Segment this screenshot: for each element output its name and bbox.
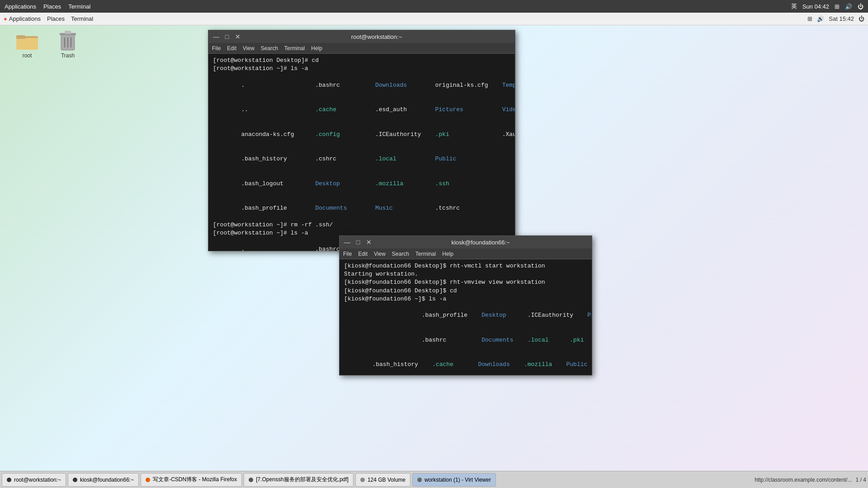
terminal1-edit-menu[interactable]: Edit bbox=[227, 45, 236, 52]
terminal2-line-8: .bash_history .cache Downloads .mozilla … bbox=[344, 352, 587, 375]
taskbar-item-term1[interactable]: root@workstation:~ bbox=[2, 473, 66, 487]
outer-network-icon: ⊞ bbox=[835, 3, 840, 10]
inner-volume-icon: 🔊 bbox=[817, 15, 824, 22]
inner-terminal-menu[interactable]: Terminal bbox=[71, 15, 93, 22]
terminal1-line-6: .bash_history .cshrc .local Public bbox=[213, 147, 510, 172]
terminal1-minimize-btn[interactable]: — bbox=[212, 33, 220, 40]
taskbar-item-volume[interactable]: 124 GB Volume bbox=[355, 473, 410, 487]
terminal2-terminal-menu[interactable]: Terminal bbox=[415, 251, 436, 257]
outer-applications-menu[interactable]: Applications bbox=[5, 3, 36, 10]
terminal2-search-menu[interactable]: Search bbox=[392, 251, 409, 257]
terminal2-maximize-btn[interactable]: □ bbox=[354, 239, 362, 246]
terminal2-line-2: Starting workstation. bbox=[344, 270, 587, 278]
terminal2-controls[interactable]: — □ ✕ bbox=[343, 239, 373, 246]
inner-power-icon: ⏻ bbox=[859, 15, 864, 22]
taskbar-dot-virt bbox=[417, 478, 422, 482]
terminal1-line-3: . .bashrc Downloads original-ks.cfg Temp… bbox=[213, 73, 510, 98]
terminal1-file-menu[interactable]: File bbox=[212, 45, 221, 52]
terminal1-body[interactable]: [root@workstation Desktop]# cd [root@wor… bbox=[208, 54, 515, 251]
terminal2-help-menu[interactable]: Help bbox=[442, 251, 453, 257]
taskbar-label-firefox: 写文章-CSDN博客 - Mozilla Firefox bbox=[153, 476, 237, 483]
terminal1-controls[interactable]: — □ ✕ bbox=[212, 33, 242, 40]
inner-network-icon: ⊞ bbox=[807, 15, 812, 22]
taskbar-dot-pdf bbox=[249, 478, 253, 482]
terminal2-body[interactable]: [kiosk@foundation66 Desktop]$ rht-vmctl … bbox=[340, 259, 592, 375]
desktop-area: root Trash — □ ✕ root@workstation:~ bbox=[0, 25, 868, 471]
taskbar-right: http://classroom.example.com/content/...… bbox=[755, 477, 866, 483]
terminal2-line-1: [kiosk@foundation66 Desktop]$ rht-vmctl … bbox=[344, 262, 587, 270]
outer-time-display: Sun 04:42 bbox=[802, 3, 829, 10]
outer-terminal-menu[interactable]: Terminal bbox=[68, 3, 90, 10]
terminal2-menubar: File Edit View Search Terminal Help bbox=[340, 249, 592, 259]
desktop-icon-root[interactable]: root bbox=[9, 30, 45, 59]
taskbar-dot-firefox bbox=[146, 478, 150, 482]
outer-system-bar: Applications Places Terminal 英 Sun 04:42… bbox=[0, 0, 868, 13]
terminal2-titlebar: — □ ✕ kiosk@foundation66:~ bbox=[340, 236, 592, 249]
inner-places-menu[interactable]: Places bbox=[47, 15, 65, 22]
terminal2-view-menu[interactable]: View bbox=[374, 251, 386, 257]
terminal2-close-btn[interactable]: ✕ bbox=[365, 239, 373, 246]
terminal1-line-2: [root@workstation ~]# ls -a bbox=[213, 65, 510, 73]
outer-volume-icon: 🔊 bbox=[845, 3, 852, 10]
taskbar-label-kiosk: kiosk@foundation66:~ bbox=[80, 477, 134, 483]
terminal1-line-5: anaconda-ks.cfg .config .ICEauthority .p… bbox=[213, 122, 510, 147]
outer-places-menu[interactable]: Places bbox=[43, 3, 61, 10]
svg-rect-1 bbox=[16, 38, 38, 50]
terminal1-line-4: .. .cache .esd_auth Pictures Videos bbox=[213, 98, 510, 122]
taskbar-label-virt: workstation (1) - Virt Viewer bbox=[425, 477, 491, 483]
taskbar: root@workstation:~ kiosk@foundation66:~ … bbox=[0, 471, 868, 488]
taskbar-dot-volume bbox=[360, 478, 365, 482]
taskbar-left: root@workstation:~ kiosk@foundation66:~ … bbox=[2, 473, 496, 487]
terminal2-line-3: [kiosk@foundation66 Desktop]$ rht-vmview… bbox=[344, 278, 587, 286]
taskbar-dot-term1 bbox=[7, 478, 11, 482]
taskbar-dot-kiosk bbox=[73, 478, 77, 482]
terminal2-line-7: .bashrc Documents .local .pki Videos bbox=[344, 328, 587, 353]
root-folder-icon bbox=[16, 30, 38, 52]
inner-app-menu-bar: ● Applications Places Terminal ⊞ 🔊 Sat 1… bbox=[0, 13, 868, 25]
terminal1-terminal-menu[interactable]: Terminal bbox=[284, 45, 305, 52]
terminal1-line-7: .bash_logout Desktop .mozilla .ssh bbox=[213, 172, 510, 197]
terminal-window-2: — □ ✕ kiosk@foundation66:~ File Edit Vie… bbox=[339, 235, 592, 375]
svg-rect-2 bbox=[16, 35, 25, 39]
taskbar-label-pdf: [7.Openssh服务的部署及安全优化.pdf] bbox=[256, 476, 349, 483]
outer-menu-left: Applications Places Terminal bbox=[5, 3, 90, 10]
terminal1-line-8: .bash_profile Documents Music .tcshrc bbox=[213, 196, 510, 221]
terminal-window-1: — □ ✕ root@workstation:~ File Edit View … bbox=[208, 30, 515, 251]
outer-lang-indicator: 英 bbox=[791, 2, 797, 10]
taskbar-label-term1: root@workstation:~ bbox=[14, 477, 61, 483]
terminal1-titlebar: — □ ✕ root@workstation:~ bbox=[208, 30, 515, 43]
trash-icon bbox=[57, 30, 79, 52]
desktop-icon-trash[interactable]: Trash bbox=[50, 30, 86, 59]
taskbar-label-volume: 124 GB Volume bbox=[368, 477, 406, 483]
terminal2-title: kiosk@foundation66:~ bbox=[373, 239, 588, 246]
terminal2-file-menu[interactable]: File bbox=[343, 251, 352, 257]
terminal1-help-menu[interactable]: Help bbox=[311, 45, 322, 52]
terminal2-edit-menu[interactable]: Edit bbox=[358, 251, 368, 257]
terminal2-line-4: [kiosk@foundation66 Desktop]$ cd bbox=[344, 287, 587, 295]
terminal1-maximize-btn[interactable]: □ bbox=[223, 33, 231, 40]
outer-power-icon: ⏻ bbox=[858, 3, 863, 10]
svg-rect-5 bbox=[65, 31, 71, 34]
terminal1-close-btn[interactable]: ✕ bbox=[234, 33, 242, 40]
terminal1-menubar: File Edit View Search Terminal Help bbox=[208, 43, 515, 54]
terminal1-title: root@workstation:~ bbox=[242, 33, 511, 40]
terminal2-line-6: .bash_profile Desktop .ICEauthority Pict… bbox=[344, 303, 587, 328]
taskbar-item-kiosk[interactable]: kiosk@foundation66:~ bbox=[68, 473, 139, 487]
root-icon-label: root bbox=[23, 52, 32, 59]
terminal1-search-menu[interactable]: Search bbox=[261, 45, 278, 52]
inner-time-display: Sat 15:42 bbox=[829, 15, 854, 22]
terminal2-line-5: [kiosk@foundation66 ~]$ ls -a bbox=[344, 295, 587, 303]
inner-menu-right: ⊞ 🔊 Sat 15:42 ⏻ bbox=[807, 15, 864, 22]
inner-menu-left: ● Applications Places Terminal bbox=[4, 15, 93, 22]
terminal1-view-menu[interactable]: View bbox=[243, 45, 255, 52]
taskbar-item-firefox[interactable]: 写文章-CSDN博客 - Mozilla Firefox bbox=[141, 473, 242, 487]
terminal2-minimize-btn[interactable]: — bbox=[343, 239, 351, 246]
terminal1-line-9: [root@workstation ~]# rm -rf .ssh/ bbox=[213, 221, 510, 229]
terminal1-line-1: [root@workstation Desktop]# cd bbox=[213, 56, 510, 65]
inner-applications-menu[interactable]: ● Applications bbox=[4, 15, 41, 22]
outer-system-right: 英 Sun 04:42 ⊞ 🔊 ⏻ bbox=[791, 2, 863, 10]
taskbar-url: http://classroom.example.com/content/... bbox=[755, 477, 852, 483]
taskbar-item-virt[interactable]: workstation (1) - Virt Viewer bbox=[412, 473, 496, 487]
trash-icon-label: Trash bbox=[61, 52, 75, 59]
taskbar-item-pdf[interactable]: [7.Openssh服务的部署及安全优化.pdf] bbox=[244, 473, 354, 487]
